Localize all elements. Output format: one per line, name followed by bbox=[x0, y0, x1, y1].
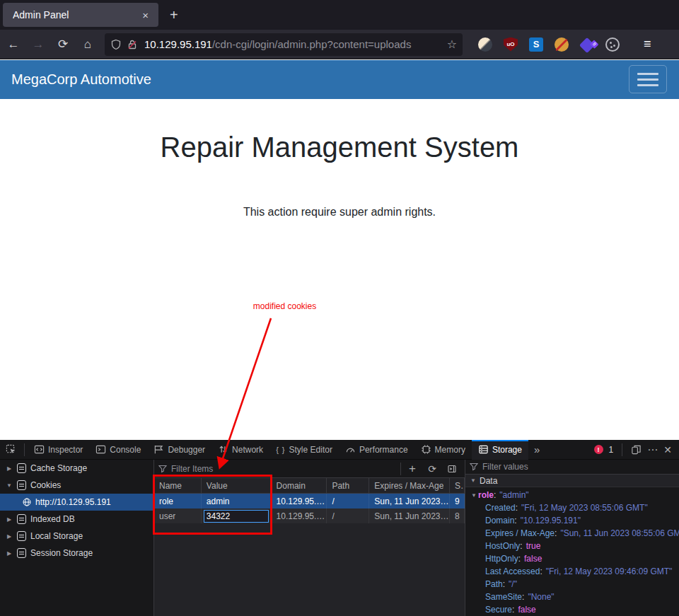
toggle-sidebar-button[interactable] bbox=[443, 461, 460, 477]
site-brand[interactable]: MegaCorp Automotive bbox=[11, 71, 151, 88]
more-tabs-icon[interactable]: » bbox=[528, 443, 545, 455]
tree-root-role[interactable]: ▼ role: "admin" bbox=[470, 489, 679, 501]
data-filter-input[interactable] bbox=[482, 462, 675, 472]
add-item-button[interactable]: + bbox=[404, 461, 421, 477]
performance-icon bbox=[345, 444, 356, 455]
url-text[interactable]: 10.129.95.191/cdn-cgi/login/admin.php?co… bbox=[144, 38, 444, 50]
tab-network[interactable]: Network bbox=[211, 440, 269, 460]
cookie-editor-icon[interactable] bbox=[605, 37, 620, 52]
home-button[interactable]: ⌂ bbox=[76, 35, 99, 54]
col-path[interactable]: Path bbox=[327, 478, 369, 493]
tree-prop-path[interactable]: Path: "/" bbox=[470, 578, 679, 591]
back-button[interactable]: ← bbox=[2, 35, 25, 54]
cookie-data-panel: ▼ Data ▼ role: "admin" Created: "Fri, 12… bbox=[465, 460, 679, 616]
sidebar-item-local-storage[interactable]: ▶ Local Storage bbox=[0, 528, 153, 545]
devtools-close-icon[interactable]: ✕ bbox=[663, 444, 672, 455]
responsive-mode-icon[interactable] bbox=[631, 444, 642, 455]
cookie-data-tree: ▼ role: "admin" Created: "Fri, 12 May 20… bbox=[465, 487, 679, 616]
tab-storage[interactable]: Storage bbox=[472, 440, 528, 460]
storage-type-icon bbox=[17, 548, 26, 558]
wappalyzer-badge: 8 bbox=[590, 40, 599, 49]
tree-prop-secure[interactable]: Secure: false bbox=[470, 603, 679, 616]
devtools-panel: Inspector Console Debugger Network { } S… bbox=[0, 440, 679, 616]
reload-button[interactable]: ⟳ bbox=[52, 35, 74, 54]
annotation-label: modified cookies bbox=[212, 301, 357, 311]
url-path: /cdn-cgi/login/admin.php?content=uploads bbox=[212, 38, 411, 50]
page-message: This action require super admin rights. bbox=[0, 206, 679, 219]
bookmark-star-icon[interactable]: ☆ bbox=[447, 37, 457, 51]
debugger-icon bbox=[153, 444, 164, 455]
navbar-toggler-button[interactable] bbox=[629, 65, 667, 93]
foxyproxy-icon[interactable] bbox=[478, 37, 492, 52]
expand-icon[interactable]: ▶ bbox=[6, 550, 13, 557]
tab-inspector[interactable]: Inspector bbox=[28, 440, 89, 460]
tab-memory[interactable]: Memory bbox=[414, 440, 472, 460]
cookie-filter-input[interactable] bbox=[171, 464, 397, 474]
cookie-row-user[interactable]: user 10.129.95.191 / Sun, 11 Jun 2023 08… bbox=[154, 509, 465, 523]
collapse-icon[interactable]: ▼ bbox=[6, 482, 13, 489]
refresh-items-button[interactable]: ⟳ bbox=[424, 461, 441, 477]
shodan-icon[interactable]: S bbox=[529, 37, 543, 52]
tab-console[interactable]: Console bbox=[89, 440, 147, 460]
tab-debugger[interactable]: Debugger bbox=[147, 440, 211, 460]
storage-type-icon bbox=[17, 463, 26, 473]
sidebar-item-indexed-db[interactable]: ▶ Indexed DB bbox=[0, 511, 153, 528]
devtools-options-icon[interactable]: ⋯ bbox=[647, 443, 658, 456]
tab-style-editor[interactable]: { } Style Editor bbox=[269, 440, 339, 460]
forward-button[interactable]: → bbox=[27, 35, 50, 54]
col-value[interactable]: Value bbox=[202, 478, 272, 493]
collapse-icon[interactable]: ▼ bbox=[470, 492, 478, 499]
wappalyzer-icon[interactable]: 8 bbox=[579, 37, 595, 53]
hamburger-menu-icon[interactable]: ≡ bbox=[644, 37, 651, 52]
cookie-table-header: Name Value Domain Path Expires / Max-Age… bbox=[154, 478, 465, 494]
extension-icons: uO S 8 ≡ bbox=[478, 36, 651, 52]
tab-title: Admin Panel bbox=[13, 9, 139, 21]
storage-type-icon bbox=[17, 531, 26, 541]
memory-icon bbox=[421, 444, 431, 455]
node-picker-button[interactable] bbox=[0, 444, 21, 455]
sidebar-item-cookie-host[interactable]: http://10.129.95.191 bbox=[0, 494, 153, 511]
sidebar-item-cookies[interactable]: ▼ Cookies bbox=[0, 477, 153, 494]
ublock-icon[interactable]: uO bbox=[504, 37, 518, 52]
site-navbar: MegaCorp Automotive bbox=[0, 60, 679, 99]
error-badge-icon[interactable]: ! bbox=[594, 445, 603, 454]
data-section-header[interactable]: ▼ Data bbox=[465, 475, 679, 487]
expand-icon[interactable]: ▶ bbox=[6, 533, 13, 540]
cookie-value-edit-input[interactable] bbox=[204, 510, 269, 523]
globe-icon bbox=[23, 498, 31, 506]
url-host: 10.129.95.191 bbox=[144, 38, 212, 50]
col-domain[interactable]: Domain bbox=[272, 478, 327, 493]
collapse-icon[interactable]: ▼ bbox=[470, 477, 477, 484]
style-editor-icon: { } bbox=[276, 446, 285, 454]
cookie-row-role[interactable]: role admin 10.129.95.191 / Sun, 11 Jun 2… bbox=[154, 494, 465, 509]
browser-tab[interactable]: Admin Panel × bbox=[3, 3, 158, 27]
filter-icon bbox=[158, 465, 167, 473]
url-bar[interactable]: 10.129.95.191/cdn-cgi/login/admin.php?co… bbox=[105, 33, 463, 56]
new-tab-button[interactable]: + bbox=[170, 7, 178, 23]
tree-prop-created[interactable]: Created: "Fri, 12 May 2023 08:55:06 GMT" bbox=[470, 501, 679, 514]
tab-performance[interactable]: Performance bbox=[339, 440, 414, 460]
data-filter-row bbox=[465, 460, 679, 475]
col-name[interactable]: Name bbox=[154, 478, 202, 493]
expand-icon[interactable]: ▶ bbox=[6, 465, 13, 472]
sidebar-item-cache-storage[interactable]: ▶ Cache Storage bbox=[0, 460, 153, 477]
tree-prop-samesite[interactable]: SameSite: "None" bbox=[470, 591, 679, 603]
inspector-icon bbox=[34, 444, 45, 455]
col-expires[interactable]: Expires / Max-Age bbox=[369, 478, 450, 493]
sidebar-item-session-storage[interactable]: ▶ Session Storage bbox=[0, 545, 153, 562]
expand-icon[interactable]: ▶ bbox=[6, 516, 13, 523]
tree-prop-last-accessed[interactable]: Last Accessed: "Fri, 12 May 2023 09:46:0… bbox=[470, 565, 679, 578]
tree-prop-hostonly[interactable]: HostOnly: true bbox=[470, 540, 679, 552]
tree-prop-domain[interactable]: Domain: "10.129.95.191" bbox=[470, 514, 679, 527]
browser-toolbar: ← → ⟳ ⌂ 10.129.95.191/cdn-cgi/login/admi… bbox=[0, 30, 679, 59]
col-size[interactable]: Size bbox=[450, 478, 465, 493]
devtools-toolbar: Inspector Console Debugger Network { } S… bbox=[0, 440, 679, 460]
tree-prop-httponly[interactable]: HttpOnly: false bbox=[470, 552, 679, 565]
insecure-lock-icon[interactable] bbox=[127, 39, 138, 50]
shield-icon[interactable] bbox=[110, 39, 122, 50]
network-icon bbox=[218, 444, 228, 455]
tree-prop-expires[interactable]: Expires / Max-Age: "Sun, 11 Jun 2023 08:… bbox=[470, 527, 679, 540]
console-icon bbox=[95, 444, 106, 455]
cookie-block-icon[interactable] bbox=[555, 37, 569, 52]
tab-close-icon[interactable]: × bbox=[139, 9, 151, 21]
